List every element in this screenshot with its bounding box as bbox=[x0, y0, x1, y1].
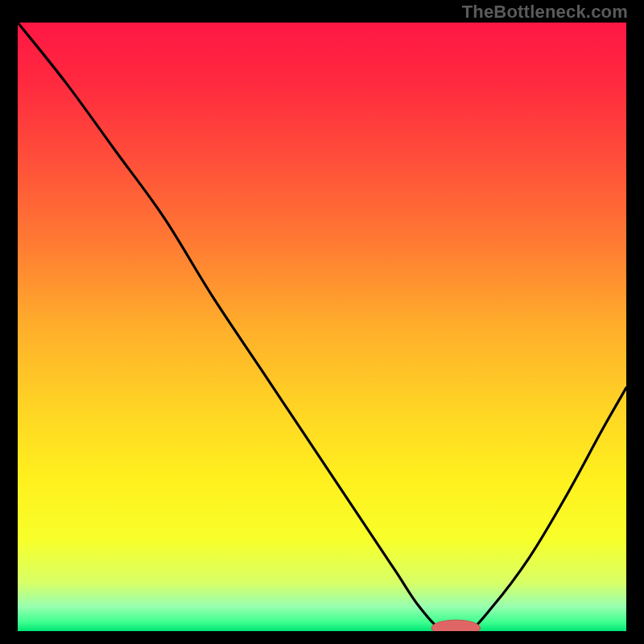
frame: TheBottleneck.com bbox=[0, 0, 644, 644]
watermark-text: TheBottleneck.com bbox=[462, 2, 628, 23]
plot-area bbox=[18, 23, 626, 631]
marker-ellipse bbox=[431, 620, 480, 631]
optimal-marker bbox=[18, 23, 626, 631]
